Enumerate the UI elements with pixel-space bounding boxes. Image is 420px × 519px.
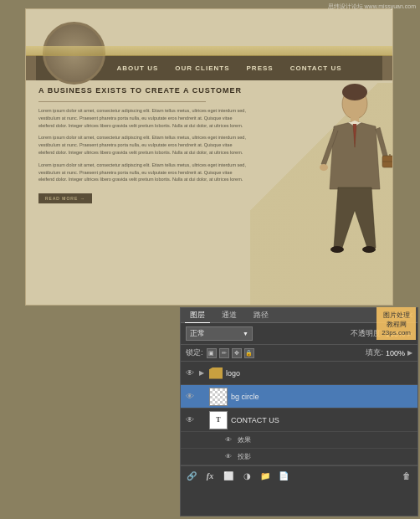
- man-illustration: [292, 80, 392, 290]
- ps-tab-paths[interactable]: 路径: [248, 308, 274, 322]
- main-content: A BUSINESS EXISTS TO CREATE A CUSTOMER L…: [38, 86, 248, 301]
- eye-icon-bg-circle[interactable]: 👁: [184, 391, 196, 403]
- ps-bottom-toolbar: 🔗 fx ⬜ ◑ 📁 📄 🗑: [181, 465, 417, 486]
- lock-transparency-icon[interactable]: ▣: [207, 348, 217, 358]
- effect-item-effects: 👁 效果: [181, 432, 417, 449]
- read-more-button[interactable]: READ MORE →: [38, 193, 92, 203]
- thumb-bg-circle: [209, 388, 228, 406]
- nav-ribbon-right: [382, 55, 393, 80]
- effect-item-shadow: 👁 投影: [181, 449, 417, 465]
- watermark-overlay: 图片处理 教程网 23ps.com: [376, 307, 416, 340]
- ps-tab-layers[interactable]: 图层: [185, 308, 210, 323]
- svg-point-1: [342, 84, 367, 100]
- layer-bg-circle[interactable]: 👁 bg circle: [181, 385, 417, 409]
- mask-icon[interactable]: ⬜: [221, 469, 236, 484]
- nav-ribbon-left: [25, 55, 36, 80]
- ps-lock-row: 锁定: ▣ ✏ ✥ 🔒 填充: 100% ▶: [181, 345, 417, 362]
- ps-fill-arrow[interactable]: ▶: [407, 349, 412, 357]
- new-layer-icon[interactable]: 📄: [276, 469, 291, 484]
- lock-all-icon[interactable]: 🔒: [244, 348, 254, 358]
- ps-fill-label: 填充:: [366, 347, 383, 358]
- ps-mode-dropdown[interactable]: 正常 ▼: [186, 326, 253, 341]
- layer-contact-us[interactable]: 👁 T CONTACT US: [181, 409, 417, 432]
- eye-icon-contact[interactable]: 👁: [184, 414, 196, 426]
- ps-tab-channels[interactable]: 通道: [217, 308, 242, 322]
- fx-icon[interactable]: fx: [202, 469, 218, 484]
- layer-contact-name: CONTACT US: [231, 416, 414, 424]
- folder-new-icon[interactable]: 📁: [258, 469, 273, 484]
- svg-point-8: [362, 246, 376, 253]
- ps-layers-list: 👁 ▶ logo 👁 bg circle 👁 T CONTACT US 👁 效果…: [181, 362, 417, 465]
- thumb-contact: T: [209, 411, 228, 429]
- paragraph-1: Lorem ipsum dolor sit amet, consectetur …: [38, 107, 248, 129]
- top-watermark: 思纬设计论坛 www.missyuan.com: [328, 3, 416, 11]
- divider: [38, 101, 206, 102]
- eye-icon-shadow[interactable]: 👁: [223, 451, 234, 463]
- chevron-down-icon: ▼: [243, 331, 248, 337]
- ps-mode-label: 正常: [190, 328, 205, 339]
- effect-name-shadow: 投影: [238, 452, 251, 461]
- lock-paint-icon[interactable]: ✏: [219, 348, 229, 358]
- watermark-line2: 教程网: [382, 320, 411, 329]
- nav-clients[interactable]: OUR CLIENTS: [166, 64, 238, 72]
- ribbon-top: [26, 46, 392, 56]
- eye-icon-effects[interactable]: 👁: [223, 434, 234, 446]
- watermark-line1: 图片处理: [382, 311, 411, 320]
- paragraph-3: Lorem ipsum dolor sit amet, consectetur …: [38, 162, 248, 183]
- ps-lock-label: 锁定:: [186, 347, 203, 358]
- triangle-icon-logo[interactable]: ▶: [199, 369, 206, 377]
- ps-lock-icons: ▣ ✏ ✥ 🔒: [207, 348, 254, 358]
- svg-point-3: [320, 164, 328, 171]
- layer-bg-circle-name: bg circle: [231, 393, 414, 401]
- link-icon[interactable]: 🔗: [184, 469, 199, 484]
- adjustment-icon[interactable]: ◑: [239, 469, 254, 484]
- trash-icon[interactable]: 🗑: [399, 469, 414, 484]
- layer-logo-name: logo: [226, 369, 414, 378]
- website-preview: HOME ABOUT US OUR CLIENTS PRESS CONTACT …: [25, 8, 393, 306]
- svg-point-7: [330, 246, 344, 253]
- eye-icon-logo[interactable]: 👁: [184, 367, 196, 379]
- nav-press[interactable]: PRESS: [238, 64, 282, 72]
- paragraph-2: Lorem ipsum dolor sit amet, consectetur …: [38, 134, 248, 156]
- nav-contact[interactable]: CONTACT US: [282, 64, 351, 72]
- folder-icon-logo: [209, 367, 223, 379]
- layer-logo[interactable]: 👁 ▶ logo: [181, 362, 417, 385]
- watermark-line3: 23ps.com: [382, 329, 411, 337]
- effect-name-effects: 效果: [238, 435, 251, 444]
- main-headline: A BUSINESS EXISTS TO CREATE A CUSTOMER: [38, 86, 248, 95]
- ps-fill-value[interactable]: 100%: [386, 349, 405, 357]
- nav-about[interactable]: ABOUT US: [109, 64, 167, 72]
- lock-position-icon[interactable]: ✥: [232, 348, 242, 358]
